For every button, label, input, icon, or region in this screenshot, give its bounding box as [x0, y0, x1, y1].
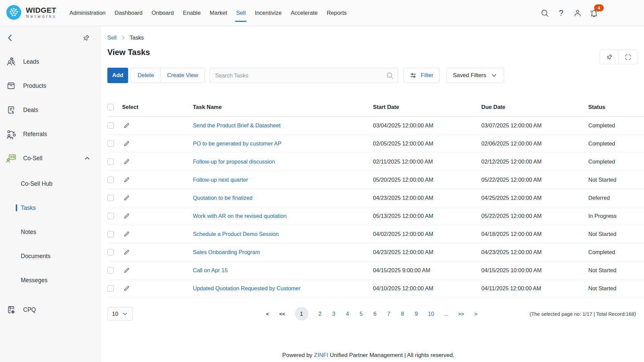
task-name-link[interactable]: Send the Product Brief & Datasheet [193, 122, 373, 129]
nav-onboard[interactable]: Onboard [152, 10, 174, 16]
row-checkbox[interactable] [107, 195, 114, 201]
task-name-link[interactable]: Schedule a Product Demo Session [193, 231, 373, 237]
edit-pencil-icon[interactable] [123, 267, 130, 274]
sidebar-subitem-cosell-hub[interactable]: Co-Sell Hub [0, 172, 100, 196]
edit-pencil-icon[interactable] [123, 213, 130, 220]
edit-pencil-icon[interactable] [123, 122, 130, 129]
row-checkbox[interactable] [107, 159, 114, 165]
header-select: Select [122, 104, 193, 110]
pin-sidebar-icon[interactable] [82, 34, 90, 42]
row-checkbox[interactable] [107, 213, 114, 219]
page-8[interactable]: 8 [400, 311, 405, 317]
row-checkbox[interactable] [107, 140, 114, 147]
footer-rest: Unified Partner Management | All rights … [330, 352, 454, 358]
due-date: 04/23/2025 12:00:00 AM [481, 249, 588, 255]
page-7[interactable]: 7 [387, 311, 391, 317]
edit-pencil-icon[interactable] [123, 176, 130, 183]
row-checkbox[interactable] [107, 122, 114, 129]
next-page-button[interactable]: > [474, 311, 478, 317]
edit-pencil-icon[interactable] [123, 285, 130, 292]
task-name-link[interactable]: PO to be generated by customer AP [193, 140, 373, 147]
last-page-button[interactable]: >> [458, 311, 464, 317]
edit-pencil-icon[interactable] [123, 194, 130, 201]
status: Not Started [588, 285, 644, 292]
sidebar-subitem-notes[interactable]: Notes [0, 220, 100, 244]
edit-pencil-icon[interactable] [123, 140, 130, 147]
nav-administration[interactable]: Administration [69, 10, 106, 16]
filter-button[interactable]: Filter [403, 68, 440, 83]
search-icon[interactable] [540, 8, 550, 18]
due-date: 02/12/2025 12:00:00 AM [481, 159, 588, 165]
breadcrumb-current: Tasks [130, 35, 144, 41]
page-2[interactable]: 2 [318, 311, 322, 317]
task-name-link[interactable]: Work with AR on the revised quotation [193, 213, 373, 219]
pin-view-button[interactable] [600, 50, 619, 64]
first-page-button[interactable]: << [279, 311, 285, 317]
edit-pencil-icon[interactable] [123, 158, 130, 165]
edit-pencil-icon[interactable] [123, 231, 130, 238]
delete-button[interactable]: Delete [131, 68, 160, 83]
task-name-link[interactable]: Quotation to be finalized [193, 195, 373, 201]
page-3[interactable]: 3 [332, 311, 336, 317]
prev-page-button[interactable]: < [265, 311, 269, 317]
edit-pencil-icon[interactable] [123, 249, 130, 256]
sidebar-subitem-messeges[interactable]: Messeges [0, 268, 100, 292]
sidebar-item-products[interactable]: Products [0, 74, 100, 98]
breadcrumb-sell-link[interactable]: Sell [107, 35, 117, 41]
create-view-button[interactable]: Create View [160, 68, 204, 83]
nav-incentivize[interactable]: Incentivize [255, 10, 281, 16]
sidebar-item-referrals[interactable]: Referrals [0, 122, 100, 146]
add-button[interactable]: Add [107, 68, 128, 83]
brand-logo[interactable]: WIDGET Networks [6, 5, 57, 21]
nav-reports[interactable]: Reports [327, 10, 347, 16]
page-size-select[interactable]: 10 [107, 307, 133, 320]
nav-enable[interactable]: Enable [183, 10, 201, 16]
help-icon[interactable]: ? [556, 8, 566, 18]
breadcrumb-chevron-icon [120, 35, 126, 41]
task-name-link[interactable]: Updated Quotation Requested by Customer [193, 285, 373, 292]
task-name-link[interactable]: Sales Onboarding Program [193, 249, 373, 255]
user-icon[interactable] [573, 8, 583, 18]
row-checkbox[interactable] [107, 249, 114, 255]
page-9[interactable]: 9 [414, 311, 418, 317]
sidebar-item-cosell[interactable]: $ Co-Sell [0, 146, 100, 170]
sidebar-item-deals[interactable]: $ Deals [0, 98, 100, 122]
fullscreen-button[interactable] [619, 50, 637, 64]
row-checkbox[interactable] [107, 231, 114, 237]
deals-icon: $ [5, 105, 17, 115]
sidebar-item-cpq[interactable]: $ CPQ [0, 298, 100, 322]
row-checkbox[interactable] [107, 177, 114, 183]
page-ellipsis[interactable]: ... [444, 311, 448, 317]
nav-sell[interactable]: Sell [236, 10, 246, 16]
table-row: Work with AR on the revised quotation 05… [107, 207, 644, 225]
sidebar-subitem-documents[interactable]: Documents [0, 244, 100, 268]
notifications-bell-icon[interactable]: 4 [589, 8, 599, 18]
page-size-value: 10 [112, 311, 118, 317]
nav-dashboard[interactable]: Dashboard [115, 10, 143, 16]
header-start-date: Start Date [373, 104, 481, 110]
page-10[interactable]: 10 [428, 311, 434, 317]
filter-sliders-icon [410, 72, 417, 79]
saved-filters-button[interactable]: Saved Filters [446, 68, 504, 83]
page-4[interactable]: 4 [345, 311, 350, 317]
nav-accelerate[interactable]: Accelerate [291, 10, 318, 16]
row-checkbox[interactable] [107, 267, 114, 274]
page-6[interactable]: 6 [373, 311, 377, 317]
search-submit-icon[interactable] [386, 71, 394, 79]
sidebar-item-label: Referrals [23, 131, 47, 138]
status: Not Started [588, 177, 644, 183]
row-checkbox[interactable] [107, 285, 114, 292]
nav-market[interactable]: Market [210, 10, 227, 16]
header-task-name: Task Name [193, 104, 373, 110]
search-tasks-input[interactable] [209, 68, 398, 83]
task-name-link[interactable]: Follow-up for proposal discussion [193, 159, 373, 165]
footer-zinfi-link[interactable]: ZINFI [314, 352, 328, 358]
collapse-back-icon[interactable] [5, 33, 15, 43]
sidebar-subitem-tasks[interactable]: Tasks [0, 196, 100, 220]
page-5[interactable]: 5 [359, 311, 363, 317]
task-name-link[interactable]: Call on Apr 15 [193, 267, 373, 274]
sidebar-item-leads[interactable]: Leads [0, 50, 100, 74]
select-all-checkbox[interactable] [107, 104, 114, 110]
task-name-link[interactable]: Follow-up next quarter [193, 177, 373, 183]
page-1-current[interactable]: 1 [295, 307, 308, 320]
